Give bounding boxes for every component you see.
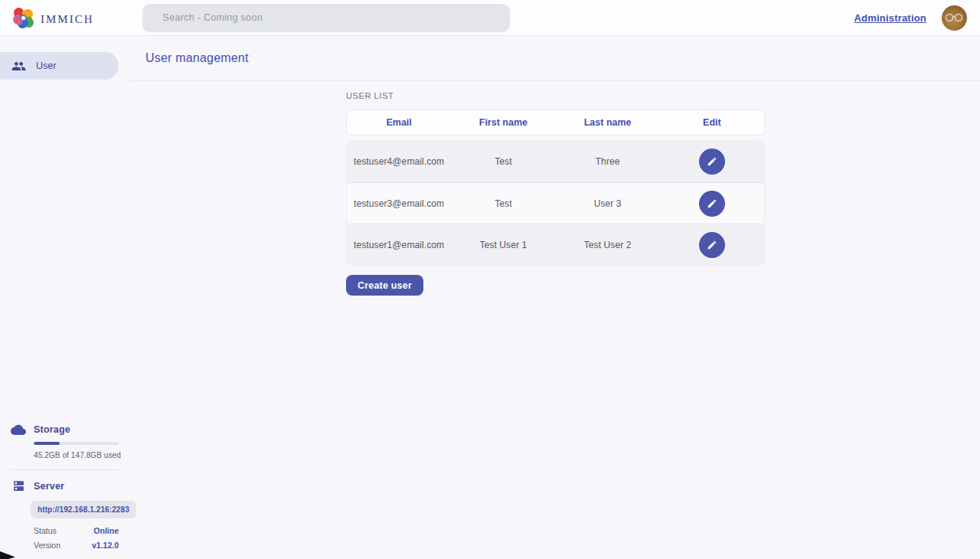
topbar: IMMICH Administration [0, 0, 980, 36]
server-title: Server [34, 481, 64, 492]
column-header-email: Email [347, 117, 451, 128]
sidebar: User Storage 45.2GB of 147.8GB used [0, 36, 131, 559]
app-logo[interactable]: IMMICH [13, 8, 94, 28]
server-status-value: Online [93, 526, 119, 535]
cell-last-name: Three [556, 156, 660, 167]
column-header-edit: Edit [660, 117, 764, 128]
cell-edit [660, 149, 764, 175]
cell-first-name: Test [451, 198, 555, 209]
cloud-icon [11, 423, 26, 435]
cell-email: testuser4@email.com [347, 156, 451, 167]
edit-user-button[interactable] [699, 191, 725, 217]
cell-edit [660, 232, 764, 258]
server-version-row: Version v1.12.0 [34, 541, 119, 550]
cell-email: testuser1@email.com [347, 240, 451, 250]
user-avatar[interactable] [942, 5, 967, 31]
page-title: User management [145, 51, 249, 65]
pencil-icon [707, 240, 717, 250]
search-input[interactable] [142, 4, 510, 32]
group-icon [11, 59, 26, 74]
server-status-row: Status Online [34, 526, 119, 535]
sidebar-info-panel: Storage 45.2GB of 147.8GB used Server ht… [0, 423, 131, 559]
glasses-icon [945, 13, 964, 22]
create-user-button[interactable]: Create user [346, 275, 423, 296]
sidebar-divider [11, 469, 119, 470]
server-status-label: Status [34, 526, 57, 535]
page-title-bar: User management [131, 36, 980, 81]
user-table-header: EmailFirst nameLast nameEdit [346, 110, 765, 136]
server-url-badge: http://192.168.1.216:2283 [31, 501, 136, 518]
storage-progress-bar [34, 442, 119, 445]
server-version-label: Version [34, 541, 60, 550]
server-section-header: Server [0, 479, 131, 492]
table-row: testuser1@email.comTest User 1Test User … [347, 224, 764, 265]
cell-first-name: Test User 1 [451, 240, 555, 250]
cell-first-name: Test [451, 156, 555, 167]
pencil-icon [707, 198, 717, 209]
edit-user-button[interactable] [699, 149, 725, 175]
storage-progress-fill [34, 442, 60, 445]
table-row: testuser4@email.comTestThree [347, 141, 764, 182]
main-content: User management USER LIST EmailFirst nam… [131, 36, 980, 559]
edit-user-button[interactable] [699, 232, 725, 258]
storage-usage-text: 45.2GB of 147.8GB used [34, 451, 131, 459]
column-header-first-name: First name [451, 117, 555, 128]
sidebar-item-user[interactable]: User [0, 52, 119, 80]
pencil-icon [707, 156, 717, 167]
cell-edit [660, 191, 764, 217]
administration-link[interactable]: Administration [854, 12, 926, 24]
cell-last-name: Test User 2 [556, 240, 660, 250]
cell-last-name: User 3 [556, 198, 660, 209]
dns-icon [11, 479, 26, 492]
server-version-value: v1.12.0 [92, 541, 119, 550]
table-row: testuser3@email.comTestUser 3 [347, 182, 764, 224]
user-table-rows: testuser4@email.comTestThreetestuser3@em… [346, 140, 765, 266]
app-title: IMMICH [41, 8, 94, 28]
storage-section-header: Storage [0, 423, 131, 435]
storage-title: Storage [34, 424, 70, 435]
search-bar [142, 4, 510, 32]
column-header-last-name: Last name [556, 117, 660, 128]
immich-flower-icon [13, 8, 34, 28]
user-list-label: USER LIST [346, 91, 765, 100]
sidebar-item-user-label: User [36, 60, 56, 71]
cell-email: testuser3@email.com [347, 198, 451, 209]
